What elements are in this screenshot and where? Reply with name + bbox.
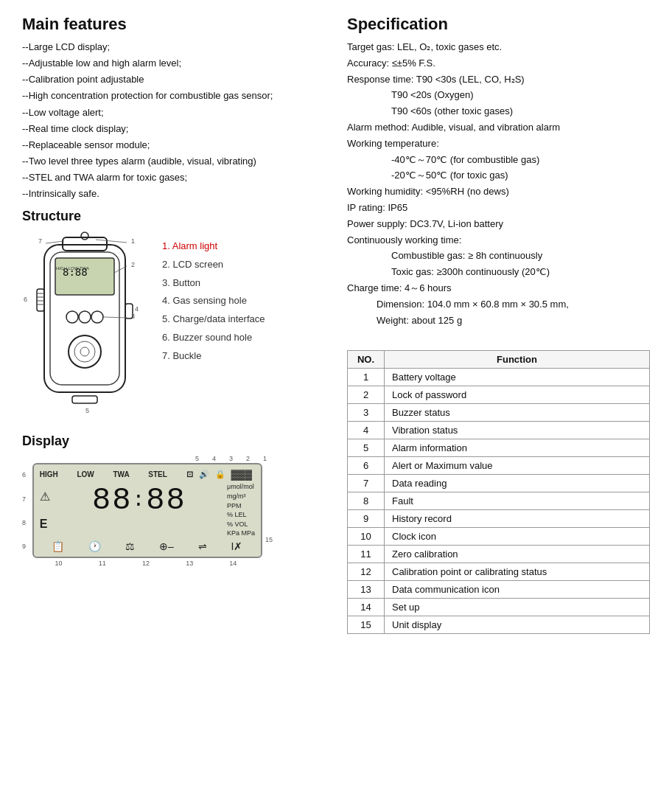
lcd-right-number: 15 <box>262 463 273 558</box>
lcd-icon-plug: ⊡ <box>186 470 193 479</box>
lcd-top-row: HIGH LOW TWA STEL ⊡ 🔊 🔒 <box>40 469 255 480</box>
feature-item-7: --Replaceable sensor module; <box>22 138 325 153</box>
spec-heading: Specification <box>347 15 650 34</box>
feature-item-2: --Adjustable low and high alarm level; <box>22 56 325 71</box>
table-cell-function: Clock icon <box>385 528 650 546</box>
table-cell-no: 11 <box>348 546 385 563</box>
svg-point-3 <box>81 232 88 240</box>
feature-item-8: --Two level three types alarm (audible, … <box>22 154 325 169</box>
spec-line-14: Toxic gas: ≥300h continuously (20℃) <box>347 265 650 280</box>
table-cell-function: Zero calibration <box>385 546 650 563</box>
lcd-units: μmol/mol mg/m³ PPM % LEL % VOL KPa MPa <box>227 482 255 538</box>
lcd-icon-speaker: 🔊 <box>199 470 209 479</box>
table-cell-no: 1 <box>348 369 385 386</box>
spec-line-10: IP rating: IP65 <box>347 201 650 216</box>
table-header-function: Function <box>385 351 650 369</box>
table-cell-no: 5 <box>348 439 385 457</box>
lcd-left-indicators: ⚠ E <box>40 482 52 538</box>
table-row: 10Clock icon <box>348 528 650 546</box>
lcd-status-icons: ⊡ 🔊 🔒 ▓▓▓ <box>186 469 255 480</box>
structure-section: Structure <box>22 209 325 422</box>
table-cell-function: Data communication icon <box>385 581 650 599</box>
spec-line-15: Charge time: 4～6 hours <box>347 281 650 296</box>
lcd-display: HIGH LOW TWA STEL ⊡ 🔊 🔒 <box>32 463 262 558</box>
lcd-bottom-numbers: 10 11 12 13 14 <box>22 560 273 567</box>
table-cell-no: 6 <box>348 457 385 475</box>
svg-text:7: 7 <box>38 237 42 245</box>
spec-line-3: T90 <20s (Oxygen) <box>347 88 650 103</box>
main-features: Main features --Large LCD display; --Adj… <box>22 15 325 201</box>
svg-text:2: 2 <box>131 261 135 268</box>
svg-text:HIGH LOW TWA: HIGH LOW TWA <box>56 266 89 271</box>
struct-label-1: 1. Alarm light <box>162 237 265 256</box>
lcd-main-area: ⚠ E 88:88 μmol/mol mg/m³ PPM <box>40 482 255 538</box>
top-section: Main features --Large LCD display; --Adj… <box>22 15 650 634</box>
feature-item-10: --Intrinsically safe. <box>22 187 325 201</box>
svg-point-18 <box>74 341 95 362</box>
table-cell-function: History record <box>385 510 650 528</box>
table-cell-no: 15 <box>348 616 385 634</box>
table-row: 1Battery voltage <box>348 369 650 386</box>
table-cell-no: 13 <box>348 581 385 599</box>
struct-label-4: 4. Gas sensing hole <box>162 292 265 310</box>
table-cell-function: Buzzer status <box>385 404 650 422</box>
table-row: 5Alarm information <box>348 439 650 457</box>
function-table-section: NO. Function 1Battery voltage2Lock of pa… <box>347 350 650 634</box>
table-cell-function: Alert or Maximum value <box>385 457 650 475</box>
lcd-icon-lock: 🔒 <box>215 470 225 479</box>
lcd-top-numbers: 5 4 3 2 1 <box>22 455 273 462</box>
spec-line-7: -40℃～70℃ (for combustible gas) <box>347 153 650 168</box>
lcd-warning-icon: ⚠ <box>40 490 50 504</box>
feature-item-1: --Large LCD display; <box>22 40 325 55</box>
main-features-heading: Main features <box>22 15 325 34</box>
lcd-icon-gas: ⊕– <box>159 540 174 552</box>
struct-label-5: 5. Charge/data interface <box>162 310 265 329</box>
spec-line-13: Combustible gas: ≥ 8h continuously <box>347 248 650 264</box>
left-column: Main features --Large LCD display; --Adj… <box>22 15 325 634</box>
table-cell-no: 7 <box>348 475 385 492</box>
spec-line-4: T90 <60s (other toxic gases) <box>347 104 650 119</box>
display-section: Display 5 4 3 2 1 6 7 8 9 <box>22 433 325 567</box>
struct-label-2: 2. LCD screen <box>162 256 265 274</box>
lcd-icon-scale: ⚖ <box>125 540 135 552</box>
svg-point-19 <box>80 347 89 356</box>
svg-point-17 <box>69 335 101 368</box>
spec-line-9: Working humidity: <95%RH (no dews) <box>347 184 650 200</box>
table-cell-no: 4 <box>348 422 385 439</box>
display-heading: Display <box>22 433 325 449</box>
svg-line-25 <box>103 317 127 318</box>
table-row: 9History record <box>348 510 650 528</box>
lcd-icon-ix: I✗ <box>231 540 243 552</box>
table-row: 3Buzzer status <box>348 404 650 422</box>
structure-labels: 1. Alarm light 2. LCD screen 3. Button 4… <box>162 230 265 365</box>
svg-point-9 <box>91 311 103 323</box>
lcd-icon-clock: 🕐 <box>88 540 101 552</box>
svg-point-8 <box>79 311 91 323</box>
spec-line-17: Weight: about 125 g <box>347 313 650 329</box>
lcd-digits: 88:88 <box>55 482 224 538</box>
lcd-left-numbers: 6 7 8 9 <box>22 463 32 558</box>
table-row: 4Vibration status <box>348 422 650 439</box>
table-cell-function: Set up <box>385 599 650 616</box>
feature-item-3: --Calibration point adjustable <box>22 72 325 87</box>
svg-text:6: 6 <box>24 296 27 303</box>
svg-point-7 <box>66 311 78 323</box>
table-row: 13Data communication icon <box>348 581 650 599</box>
table-cell-no: 9 <box>348 510 385 528</box>
struct-label-6: 6. Buzzer sound hole <box>162 329 265 347</box>
table-row: 6Alert or Maximum value <box>348 457 650 475</box>
lcd-bottom-row: 📋 🕐 ⚖ ⊕– ⇌ I✗ <box>40 540 255 552</box>
function-table: NO. Function 1Battery voltage2Lock of pa… <box>347 350 650 634</box>
table-cell-no: 12 <box>348 563 385 581</box>
spec-line-16: Dimension: 104.0 mm × 60.8 mm × 30.5 mm, <box>347 297 650 313</box>
table-cell-function: Unit display <box>385 616 650 634</box>
structure-heading: Structure <box>22 209 325 224</box>
spec-line-2: Response time: T90 <30s (LEL, CO, H₂S) <box>347 72 650 88</box>
feature-item-4: --High concentration protection for comb… <box>22 88 325 103</box>
table-cell-function: Data reading <box>385 475 650 492</box>
table-row: 15Unit display <box>348 616 650 634</box>
device-diagram: 8:88 HIGH LOW TWA <box>22 230 147 422</box>
table-cell-no: 8 <box>348 492 385 510</box>
table-row: 8Fault <box>348 492 650 510</box>
feature-item-6: --Real time clock display; <box>22 122 325 136</box>
